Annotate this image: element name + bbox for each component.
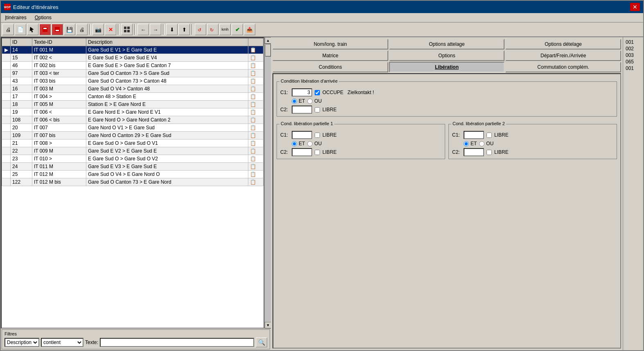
toolbar-sep3 [134, 24, 136, 35]
toolbar-delete[interactable]: ✕ [105, 24, 116, 35]
tab-nom-long-train[interactable]: Nom/long. train [272, 39, 388, 50]
radio-et-label[interactable]: ET [292, 98, 305, 104]
search-button[interactable]: 🔍 [256, 338, 267, 347]
table-row[interactable]: 97IT 003 < terGare Sud O Canton 73 > S G… [2, 70, 263, 77]
row-indicator [2, 178, 11, 186]
cell-texte: IT 008 > [32, 140, 86, 147]
toolbar-grid[interactable] [121, 24, 133, 35]
toolbar-red2[interactable] [52, 24, 63, 35]
table-wrapper[interactable]: ID Texte-ID Description ▶14IT 001 MGare … [2, 38, 263, 328]
table-row[interactable]: 16IT 003 MGare Sud O V4 > Canton 48📋 [2, 85, 263, 93]
toolbar-refresh1[interactable]: ↺ [195, 24, 206, 35]
c1-input[interactable] [292, 88, 312, 97]
vertical-scrollbar[interactable]: ▲ ▼ [264, 37, 271, 328]
cell-id: 46 [11, 62, 32, 70]
toolbar-down[interactable]: ⬇ [166, 24, 178, 35]
cp1-radio-ou-label[interactable]: OU [307, 141, 322, 146]
cell-texte: IT 003 < ter [32, 70, 86, 77]
menu-itineraires[interactable]: Itinéraires [2, 14, 29, 21]
filter-operator-select[interactable]: contient commence par est égal à [41, 338, 83, 347]
table-row[interactable]: 17IT 004 >Canton 48 > Station E📋 [2, 93, 263, 101]
svg-rect-4 [56, 30, 59, 31]
toolbar-red1[interactable] [39, 24, 51, 35]
scroll-track[interactable] [265, 44, 271, 322]
radio-et[interactable] [292, 99, 297, 104]
c1-occupe-checkbox[interactable] [315, 90, 320, 95]
cp1-radio-ou[interactable] [307, 141, 313, 146]
tabs-row2: Matrice Options Départ/Frein./Arrivée [272, 50, 621, 61]
table-row[interactable]: 43IT 003 bisGare Sud O Canton 73 > Canto… [2, 77, 263, 85]
close-button[interactable]: ✕ [630, 3, 640, 11]
table-row[interactable]: 122IT 012 M bisGare Sud O Canton 73 > E … [2, 178, 263, 186]
toolbar-print2[interactable]: 🖨 [76, 24, 88, 35]
table-row[interactable]: 15IT 002 <E Gare Sud E > Gare Sud E V4📋 [2, 54, 263, 62]
toolbar-up[interactable]: ⬆ [178, 24, 190, 35]
toolbar-camera[interactable]: 📷 [92, 24, 104, 35]
tab-commutation[interactable]: Commutation complém. [505, 62, 621, 72]
cp2-radio-et[interactable] [464, 141, 469, 146]
scroll-down-button[interactable]: ▼ [265, 322, 271, 328]
cp2-c2-input[interactable] [464, 148, 484, 156]
cell-texte: IT 011 M [32, 163, 86, 171]
radio-ou[interactable] [307, 99, 313, 104]
cp2-radio-et-label[interactable]: ET [464, 141, 477, 146]
table-row[interactable]: 23IT 010 >E Gare Sud O > Gare Sud O V2📋 [2, 155, 263, 163]
cp1-c2-row: C2: LIBRE [280, 148, 441, 156]
tab-conditions[interactable]: Conditions [272, 62, 388, 72]
cp1-radio-et-label[interactable]: ET [292, 141, 305, 146]
toolbar-print[interactable]: 🖨 [2, 24, 14, 35]
toolbar-new[interactable]: 📄 [15, 24, 26, 35]
cp2-radio-ou-label[interactable]: OU [479, 141, 493, 146]
filter-text-input[interactable] [100, 338, 254, 347]
row-indicator [2, 132, 11, 140]
main-window: WDP Editeur d'itinéraires ✕ Itinéraires … [0, 0, 644, 351]
table-row[interactable]: 25IT 012 MGare Sud O V4 > E Gare Nord O📋 [2, 171, 263, 178]
toolbar-check[interactable]: ✔ [232, 24, 243, 35]
table-row[interactable]: 109IT 007 bisGare Nord O Canton 29 > E G… [2, 132, 263, 140]
radio-ou-label[interactable]: OU [307, 98, 322, 104]
filter-field-select[interactable]: Description Texte-ID ID [5, 338, 39, 347]
scroll-thumb[interactable] [265, 44, 271, 56]
table-row[interactable]: 24IT 011 MGare Sud E V3 > E Gare Sud E📋 [2, 163, 263, 171]
table-row[interactable]: 22IT 009 MGare Sud E V2 > E Gare Sud E📋 [2, 147, 263, 155]
cp2-c2-checkbox[interactable] [486, 150, 492, 155]
toolbar-save[interactable]: 💾 [64, 24, 75, 35]
tab-depart-frein-arrivee[interactable]: Départ/Frein./Arrivée [505, 50, 621, 61]
tab-options-attelage[interactable]: Options attelage [389, 39, 505, 50]
cp2-c1-checkbox[interactable] [486, 133, 492, 138]
cell-icon: 📋 [248, 155, 263, 163]
tab-liberation[interactable]: Libération [389, 62, 505, 72]
cell-id: 21 [11, 140, 32, 147]
cp2-c1-input[interactable] [464, 131, 484, 139]
cell-texte: IT 012 M bis [32, 178, 86, 186]
scroll-up-button[interactable]: ▲ [265, 37, 271, 44]
cp1-c1-libre-label: LIBRE [322, 132, 337, 138]
toolbar-refresh2[interactable]: ↻ [207, 24, 218, 35]
toolbar-export[interactable]: 📤 [244, 24, 255, 35]
toolbar-select[interactable] [27, 24, 38, 35]
table-row[interactable]: 108IT 006 < bisE Gare Nord O > Gare Nord… [2, 116, 263, 124]
table-row[interactable]: 20IT 007Gare Nord O V1 > E Gare Sud📋 [2, 124, 263, 132]
cell-desc: Gare Sud O V4 > E Gare Nord O [86, 171, 248, 178]
toolbar-right[interactable]: → [150, 24, 161, 35]
cp1-c1-input[interactable] [292, 131, 312, 139]
cp1-c1-checkbox[interactable] [315, 133, 320, 138]
table-row[interactable]: 19IT 006 <E Gare Nord E > Gare Nord E V1… [2, 108, 263, 116]
table-row[interactable]: 18IT 005 MStation E > E Gare Nord E📋 [2, 101, 263, 108]
table-row[interactable]: 46IT 002 bisE Gare Sud E > Gare Sud E Ca… [2, 62, 263, 70]
row-indicator [2, 77, 11, 85]
cp2-radio-ou[interactable] [479, 141, 484, 146]
cp1-radio-et[interactable] [292, 141, 297, 146]
tab-matrice[interactable]: Matrice [272, 50, 388, 61]
toolbar-kmh[interactable]: kmh [219, 24, 231, 35]
toolbar-left[interactable]: ← [137, 24, 149, 35]
menu-options[interactable]: Options [32, 14, 54, 21]
tab-options[interactable]: Options [389, 50, 505, 61]
table-row[interactable]: 21IT 008 >E Gare Sud O > Gare Sud O V1📋 [2, 140, 263, 147]
c2-libre-checkbox[interactable] [315, 107, 320, 112]
table-row[interactable]: ▶14IT 001 MGare Sud E V1 > E Gare Sud E📋 [2, 46, 263, 54]
cp1-c2-checkbox[interactable] [315, 150, 320, 155]
c2-input[interactable] [292, 106, 312, 114]
tab-options-detelage[interactable]: Options dételage [505, 39, 621, 50]
cp1-c2-input[interactable] [292, 148, 312, 156]
